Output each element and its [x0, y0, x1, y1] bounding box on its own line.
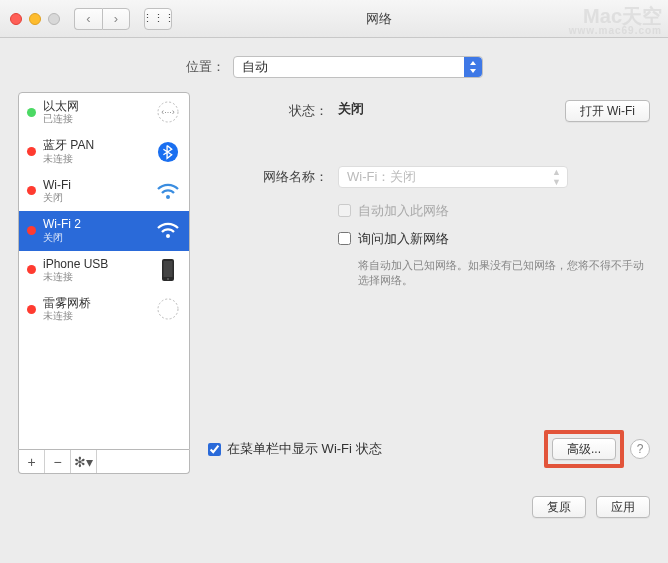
wifi-icon — [155, 217, 181, 243]
minimize-icon[interactable] — [29, 13, 41, 25]
status-dot-icon — [27, 305, 36, 314]
add-interface-button[interactable]: + — [19, 450, 45, 473]
status-label: 状态： — [208, 100, 338, 120]
bluetooth-icon — [155, 139, 181, 165]
interface-sidebar: 以太网 已连接 ‹···› 蓝牙 PAN 未连接 — [18, 92, 190, 450]
window-title: 网络 — [100, 10, 658, 28]
ask-join-help: 将自动加入已知网络。如果没有已知网络，您将不得不手动选择网络。 — [358, 258, 650, 289]
ethernet-icon: ‹···› — [155, 99, 181, 125]
iphone-icon — [155, 257, 181, 283]
svg-point-8 — [158, 299, 178, 319]
traffic-lights — [10, 13, 60, 25]
help-button[interactable]: ? — [630, 439, 650, 459]
network-name-label: 网络名称： — [208, 166, 338, 186]
svg-point-4 — [166, 234, 170, 238]
svg-text:‹···›: ‹···› — [161, 107, 175, 117]
status-dot-icon — [27, 108, 36, 117]
sidebar-item-thunderbolt[interactable]: 雷雾网桥 未连接 — [19, 290, 189, 329]
svg-rect-6 — [164, 261, 173, 277]
sidebar-item-wifi[interactable]: Wi-Fi 关闭 — [19, 172, 189, 211]
advanced-highlight: 高级... — [544, 430, 624, 468]
status-dot-icon — [27, 147, 36, 156]
location-row: 位置： 自动 — [0, 38, 668, 92]
network-name-select: Wi-Fi：关闭 ▲▼ — [338, 166, 568, 188]
thunderbolt-icon — [155, 296, 181, 322]
wifi-icon — [155, 178, 181, 204]
action-menu-button[interactable]: ✻▾ — [71, 450, 97, 473]
detail-panel: 状态： 关闭 打开 Wi-Fi 网络名称： Wi-Fi：关闭 ▲▼ 自动加入此网 — [208, 92, 650, 474]
status-dot-icon — [27, 265, 36, 274]
status-dot-icon — [27, 186, 36, 195]
footer-buttons: 复原 应用 — [0, 484, 668, 518]
auto-join-checkbox: 自动加入此网络 — [338, 202, 650, 220]
back-button[interactable]: ‹ — [74, 8, 102, 30]
svg-point-3 — [166, 195, 170, 199]
titlebar: ‹ › ⋮⋮⋮ 网络 — [0, 0, 668, 38]
close-icon[interactable] — [10, 13, 22, 25]
zoom-icon — [48, 13, 60, 25]
status-value: 关闭 — [338, 100, 364, 118]
remove-interface-button[interactable]: − — [45, 450, 71, 473]
toggle-wifi-button[interactable]: 打开 Wi-Fi — [565, 100, 650, 122]
location-label: 位置： — [186, 58, 225, 76]
sidebar-item-ethernet[interactable]: 以太网 已连接 ‹···› — [19, 93, 189, 132]
apply-button[interactable]: 应用 — [596, 496, 650, 518]
chevron-updown-icon — [464, 57, 482, 77]
ask-join-checkbox[interactable]: 询问加入新网络 — [338, 230, 650, 248]
svg-point-7 — [167, 278, 169, 280]
sidebar-tools: + − ✻▾ — [18, 450, 190, 474]
chevron-updown-icon: ▲▼ — [552, 167, 561, 187]
advanced-button[interactable]: 高级... — [552, 438, 616, 460]
show-status-checkbox[interactable]: 在菜单栏中显示 Wi-Fi 状态 — [208, 440, 382, 458]
sidebar-item-bluetooth[interactable]: 蓝牙 PAN 未连接 — [19, 132, 189, 171]
sidebar-item-iphone[interactable]: iPhone USB 未连接 — [19, 251, 189, 290]
status-dot-icon — [27, 226, 36, 235]
location-select[interactable]: 自动 — [233, 56, 483, 78]
revert-button[interactable]: 复原 — [532, 496, 586, 518]
sidebar-item-wifi2[interactable]: Wi-Fi 2 关闭 — [19, 211, 189, 250]
location-value: 自动 — [242, 58, 268, 76]
